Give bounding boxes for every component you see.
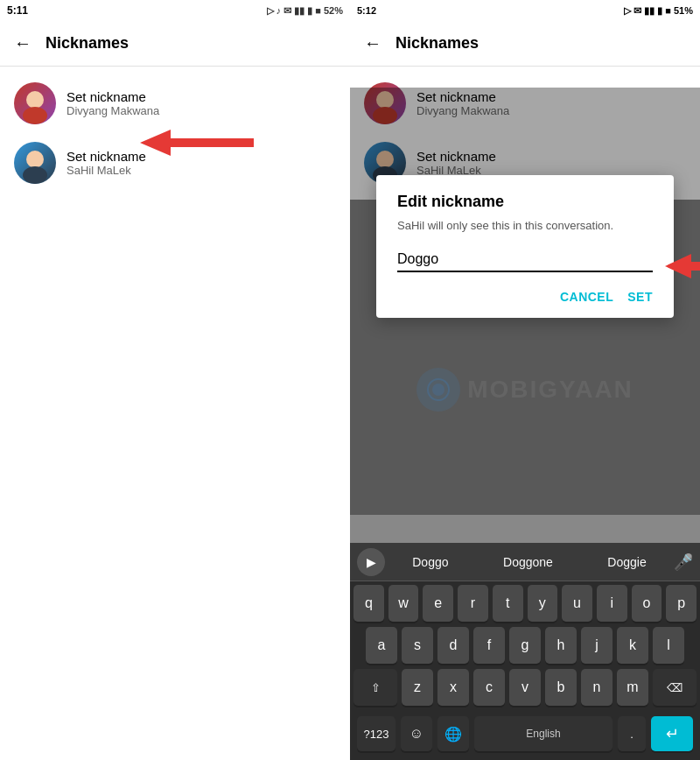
key-shift[interactable]: ⇧ [354,669,397,706]
key-o[interactable]: o [632,585,662,622]
left-status-time: 5:11 [7,4,28,17]
right-status-time: 5:12 [357,5,376,16]
set-button[interactable]: SET [627,290,653,304]
key-m[interactable]: m [617,669,648,706]
right-header: ← Nicknames [350,21,700,67]
key-numbers[interactable]: ?123 [357,716,396,751]
svg-point-2 [26,151,44,168]
key-s[interactable]: s [402,627,433,664]
key-globe[interactable]: 🌐 [438,716,469,751]
left-nickname-info-2: Set nickname SaHil MaLek [66,149,146,177]
keyboard-bottom-row: ?123 ☺ 🌐 English . ↵ [350,714,700,756]
left-nickname-item-1[interactable]: Set nickname Divyang Makwana [0,74,350,133]
mic-icon[interactable]: 🎤 [674,552,693,572]
right-header-title: Nicknames [396,34,479,53]
key-f[interactable]: f [473,627,505,664]
right-status-icons: ▷ ✉ ▮▮ ▮ ■ 51% [624,5,693,17]
dialog-buttons: CANCEL SET [397,290,653,304]
key-g[interactable]: g [509,627,541,664]
keyboard-row-3: ⇧ z x c v b n m ⌫ [354,669,696,706]
left-status-icons: ▷ ♪ ✉ ▮▮ ▮ ■ 52% [267,5,344,17]
keyboard: ▶ Doggo Doggone Doggie 🎤 q w e r t y u i… [350,543,700,760]
key-dot[interactable]: . [618,716,646,751]
suggestion-word-2[interactable]: Doggone [503,555,553,569]
key-l[interactable]: l [653,627,684,664]
cancel-button[interactable]: CANCEL [560,290,613,304]
left-nickname-sub-2: SaHil MaLek [66,164,146,177]
keyboard-suggestions-row: ▶ Doggo Doggone Doggie 🎤 [350,543,700,581]
left-status-bar: 5:11 ▷ ♪ ✉ ▮▮ ▮ ■ 52% [0,0,350,21]
dialog-desc: SaHil will only see this in this convers… [397,218,653,234]
svg-point-1 [23,107,47,124]
key-q[interactable]: q [354,585,384,622]
key-b[interactable]: b [545,669,577,706]
svg-point-3 [23,166,47,184]
left-nickname-sub-1: Divyang Makwana [66,104,159,117]
key-emoji[interactable]: ☺ [401,716,432,751]
key-j[interactable]: j [581,627,612,664]
left-header-title: Nicknames [46,34,129,53]
right-status-bar: 5:12 ▷ ✉ ▮▮ ▮ ■ 51% [350,0,700,21]
key-backspace[interactable]: ⌫ [653,669,696,706]
suggestion-word-1[interactable]: Doggo [412,555,448,569]
key-h[interactable]: h [545,627,577,664]
left-panel: 5:11 ▷ ♪ ✉ ▮▮ ▮ ■ 52% ← Nicknames Set ni… [0,0,350,760]
key-r[interactable]: r [458,585,488,622]
svg-marker-4 [140,130,254,156]
left-nickname-title-2: Set nickname [66,149,146,164]
key-space[interactable]: English [474,716,612,751]
key-a[interactable]: a [366,627,397,664]
key-t[interactable]: t [493,585,523,622]
left-nickname-info-1: Set nickname Divyang Makwana [66,89,159,117]
svg-marker-11 [665,254,700,278]
key-c[interactable]: c [473,669,505,706]
left-red-arrow [140,130,254,156]
key-v[interactable]: v [509,669,541,706]
keyboard-row-1: q w e r t y u i o p [354,585,696,622]
key-d[interactable]: d [438,627,469,664]
left-avatar-1 [14,82,56,124]
key-n[interactable]: n [581,669,612,706]
suggestion-expand-button[interactable]: ▶ [357,548,385,576]
left-avatar-2 [14,142,56,184]
suggestion-word-3[interactable]: Doggie [607,555,646,569]
left-back-button[interactable]: ← [14,33,32,53]
key-e[interactable]: e [423,585,453,622]
keyboard-row-2: a s d f g h j k l [354,627,696,664]
left-header: ← Nicknames [0,21,350,67]
key-y[interactable]: y [528,585,558,622]
keyboard-key-rows: q w e r t y u i o p a s d f g h j k [350,581,700,714]
suggestions-words: Doggo Doggone Doggie [385,555,674,569]
key-enter[interactable]: ↵ [651,716,693,751]
key-z[interactable]: z [402,669,433,706]
dialog-title: Edit nickname [397,193,653,211]
key-x[interactable]: x [438,669,469,706]
nickname-input[interactable] [397,248,653,272]
left-nickname-list: Set nickname Divyang Makwana Set nicknam… [0,67,350,760]
dialog-red-arrow [665,254,700,278]
key-u[interactable]: u [562,585,592,622]
key-i[interactable]: i [597,585,627,622]
key-k[interactable]: k [617,627,648,664]
right-panel: 5:12 ▷ ✉ ▮▮ ▮ ■ 51% ← Nicknames Set nick… [350,0,700,760]
right-back-button[interactable]: ← [364,33,382,53]
edit-nickname-dialog: Edit nickname SaHil will only see this i… [376,175,674,318]
key-w[interactable]: w [388,585,419,622]
svg-point-0 [26,91,44,109]
left-nickname-title-1: Set nickname [66,89,159,104]
key-p[interactable]: p [666,585,696,622]
